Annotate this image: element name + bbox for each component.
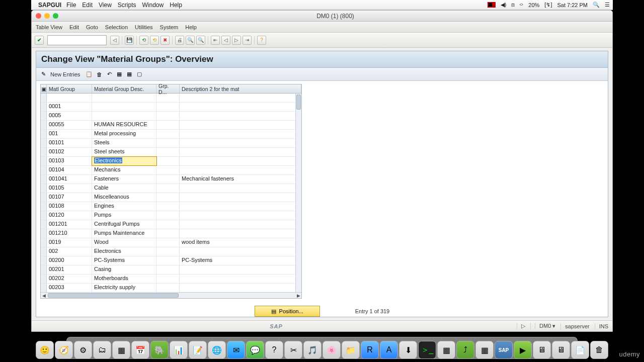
table-row[interactable]: 00202Motherboards [41, 275, 301, 284]
dock-chrome-icon[interactable]: 🌐 [208, 341, 226, 359]
next-page-icon[interactable]: ▷ [232, 36, 241, 45]
mac-menu-file[interactable]: File [66, 2, 76, 9]
row-selector[interactable] [41, 103, 47, 111]
dock-safari-icon[interactable]: 🧭 [55, 341, 73, 359]
menu-help[interactable]: Help [185, 24, 197, 30]
enter-icon[interactable]: ✔ [35, 36, 44, 45]
mac-menu-window[interactable]: Window [142, 2, 164, 9]
volume-icon[interactable]: ◀) [501, 2, 507, 8]
table-row[interactable]: 00105Cable [41, 184, 301, 193]
cell-grp-d[interactable] [156, 112, 180, 120]
dock-terminal-icon[interactable]: ＞_ [418, 341, 436, 359]
cell-desc[interactable]: Wood [92, 238, 156, 247]
close-icon[interactable] [36, 13, 41, 19]
cell-matl-group[interactable]: 001201 [47, 220, 92, 229]
cell-grp-d[interactable] [156, 211, 180, 220]
table-row[interactable]: 001201Centrifugal Pumps [41, 220, 301, 229]
dock-app-icon[interactable]: ⚙ [74, 341, 92, 359]
new-entries-button[interactable]: New Entries [50, 71, 80, 77]
cell-desc2[interactable] [180, 184, 301, 193]
find-next-icon[interactable]: 🔍 [196, 36, 205, 45]
cell-grp-d[interactable] [156, 193, 180, 202]
row-selector[interactable] [41, 275, 47, 283]
copy-as-icon[interactable]: 📋 [85, 70, 93, 78]
cell-desc2[interactable] [180, 157, 301, 165]
back-icon[interactable]: ⟲ [139, 36, 148, 45]
spotlight-icon[interactable]: 🔍 [593, 2, 600, 8]
menu-goto[interactable]: Goto [86, 24, 98, 30]
cell-desc[interactable]: Motherboards [92, 275, 156, 283]
cell-desc[interactable] [92, 94, 156, 102]
cell-desc2[interactable]: wood items [180, 238, 301, 247]
find-icon[interactable]: 🔍 [186, 36, 195, 45]
col-matl-group[interactable]: Matl Group [47, 84, 92, 93]
dock-app-icon[interactable]: ? [265, 341, 283, 359]
delete-icon[interactable]: 🗑 [95, 70, 103, 78]
cell-matl-group[interactable]: 001041 [47, 175, 92, 184]
cell-desc[interactable]: Fasteners [92, 175, 156, 184]
help-icon[interactable]: ? [257, 36, 266, 45]
table-row[interactable]: 0001 [41, 103, 301, 112]
cell-desc2[interactable] [180, 94, 301, 102]
deselect-all-icon[interactable]: ▢ [135, 70, 143, 78]
cell-matl-group[interactable]: 0001 [47, 103, 92, 111]
dock-evernote-icon[interactable]: 🐘 [150, 341, 169, 359]
dock-sapgui-icon[interactable]: SAP [495, 341, 513, 359]
cell-grp-d[interactable] [156, 284, 180, 292]
cell-grp-d[interactable] [156, 229, 180, 238]
cell-desc[interactable]: Metal processing [92, 130, 156, 138]
cell-matl-group[interactable]: 00105 [47, 184, 92, 193]
dock-finder-icon[interactable]: 🙂 [36, 341, 54, 359]
cell-grp-d[interactable] [156, 121, 180, 129]
cell-desc[interactable]: Cable [92, 184, 156, 193]
cell-matl-group[interactable]: 0019 [47, 238, 92, 247]
dock-app-icon[interactable]: 📊 [170, 341, 188, 359]
cell-desc[interactable]: Miscelleanous [92, 193, 156, 202]
row-selector[interactable] [41, 148, 47, 156]
cell-desc2[interactable] [180, 284, 301, 292]
row-selector[interactable] [41, 139, 47, 147]
mac-menu-scripts[interactable]: Scripts [118, 2, 136, 9]
cell-desc[interactable]: Centrifugal Pumps [92, 220, 156, 229]
dock-app-icon[interactable]: ▦ [475, 341, 494, 359]
print-icon[interactable]: 🖨 [175, 36, 184, 45]
cell-desc[interactable] [92, 103, 156, 111]
dock-notes-icon[interactable]: 📝 [189, 341, 207, 359]
table-row[interactable]: 00120Pumps [41, 211, 301, 220]
save-icon[interactable]: 💾 [125, 36, 134, 45]
menu-edit[interactable]: Edit [69, 24, 79, 30]
row-selector[interactable] [41, 175, 47, 184]
cell-matl-group[interactable]: 00055 [47, 121, 92, 129]
cell-grp-d[interactable] [156, 166, 180, 174]
row-selector[interactable] [41, 284, 47, 292]
cell-grp-d[interactable] [156, 238, 180, 247]
cell-desc2[interactable] [180, 247, 301, 256]
row-selector[interactable] [41, 94, 47, 102]
cell-desc[interactable]: Steel sheets [92, 148, 156, 156]
table-row[interactable] [41, 94, 301, 103]
cell-grp-d[interactable] [156, 148, 180, 156]
cell-matl-group[interactable]: 001210 [47, 229, 92, 238]
cell-matl-group[interactable]: 00203 [47, 284, 92, 292]
select-block-icon[interactable]: ▦ [125, 70, 133, 78]
row-selector[interactable] [41, 112, 47, 120]
cell-matl-group[interactable]: 00101 [47, 139, 92, 147]
table-row[interactable]: 00203Electricity supply [41, 284, 301, 292]
cell-desc[interactable]: Electronics [92, 247, 156, 256]
cell-matl-group[interactable]: 00201 [47, 265, 92, 274]
cell-desc2[interactable] [180, 112, 301, 120]
row-selector[interactable] [41, 238, 47, 247]
table-row[interactable]: 00107Miscelleanous [41, 193, 301, 202]
cell-matl-group[interactable]: 00102 [47, 148, 92, 156]
cell-desc2[interactable] [180, 265, 301, 274]
cell-desc2[interactable]: PC-Systems [180, 256, 301, 265]
cell-grp-d[interactable] [156, 220, 180, 229]
table-row[interactable]: 0005 [41, 112, 301, 121]
dock-itunes-icon[interactable]: 🎵 [303, 341, 321, 359]
last-page-icon[interactable]: ⇥ [243, 36, 252, 45]
mac-menu-edit[interactable]: Edit [82, 2, 93, 9]
dock-app-icon[interactable]: 📄 [571, 341, 589, 359]
dock-app-icon[interactable]: ▶ [514, 341, 532, 359]
dock-mail-icon[interactable]: ✉ [227, 341, 245, 359]
cell-desc2[interactable] [180, 130, 301, 138]
